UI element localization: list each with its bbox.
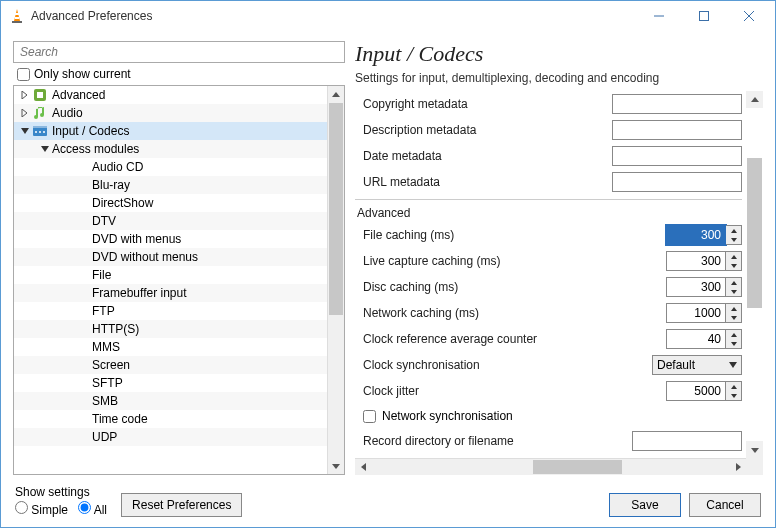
save-button[interactable]: Save xyxy=(609,493,681,517)
url-metadata-input[interactable] xyxy=(612,172,742,192)
tree-item-advanced[interactable]: Advanced xyxy=(14,86,327,104)
show-settings-group: Show settings Simple All xyxy=(15,485,107,517)
audio-icon xyxy=(32,105,48,121)
codecs-icon xyxy=(32,123,48,139)
chevron-down-icon[interactable] xyxy=(38,142,52,156)
minimize-button[interactable] xyxy=(636,2,681,30)
tree-label: DirectShow xyxy=(92,196,153,210)
setting-label: Date metadata xyxy=(363,149,612,163)
radio-label: Simple xyxy=(31,503,68,517)
tree-item-input-codecs[interactable]: Input / Codecs xyxy=(14,122,327,140)
spinner-buttons[interactable] xyxy=(726,329,742,349)
scroll-up-icon[interactable] xyxy=(328,86,344,103)
tree-item[interactable]: SMB xyxy=(14,392,327,410)
tree-item[interactable]: HTTP(S) xyxy=(14,320,327,338)
page-subtitle: Settings for input, demultiplexing, deco… xyxy=(355,71,763,85)
copyright-metadata-input[interactable] xyxy=(612,94,742,114)
setting-label: Clock synchronisation xyxy=(363,358,652,372)
only-show-current[interactable]: Only show current xyxy=(13,67,345,81)
spinner-buttons[interactable] xyxy=(726,381,742,401)
footer: Show settings Simple All Reset Preferenc… xyxy=(1,475,775,527)
scroll-left-icon[interactable] xyxy=(355,459,372,475)
spinner-buttons[interactable] xyxy=(726,277,742,297)
svg-rect-5 xyxy=(699,12,708,21)
network-caching-input[interactable] xyxy=(666,303,726,323)
tree-label: DVD with menus xyxy=(92,232,181,246)
spin-up-icon xyxy=(726,330,741,339)
scroll-thumb[interactable] xyxy=(329,103,343,315)
svg-point-12 xyxy=(35,131,37,133)
tree-label: Audio xyxy=(52,106,83,120)
clock-sync-combo[interactable]: Default xyxy=(652,355,742,375)
chevron-right-icon[interactable] xyxy=(18,106,32,120)
disc-caching-input[interactable] xyxy=(666,277,726,297)
tree-item[interactable]: DirectShow xyxy=(14,194,327,212)
tree-item[interactable]: Blu-ray xyxy=(14,176,327,194)
spinner-buttons[interactable] xyxy=(726,225,742,245)
spin-up-icon xyxy=(726,304,741,313)
file-caching-input[interactable] xyxy=(666,225,726,245)
scroll-up-icon[interactable] xyxy=(746,91,763,108)
setting-label: Record directory or filename xyxy=(363,434,632,448)
simple-radio[interactable]: Simple xyxy=(15,501,68,517)
show-settings-label: Show settings xyxy=(15,485,107,499)
tree-label: Access modules xyxy=(52,142,139,156)
description-metadata-input[interactable] xyxy=(612,120,742,140)
close-button[interactable] xyxy=(726,2,771,30)
only-show-current-checkbox[interactable] xyxy=(17,68,30,81)
scroll-right-icon[interactable] xyxy=(729,459,746,475)
tree-item[interactable]: Screen xyxy=(14,356,327,374)
spin-up-icon xyxy=(726,382,741,391)
spinner-buttons[interactable] xyxy=(726,251,742,271)
spin-up-icon xyxy=(726,278,741,287)
chevron-down-icon[interactable] xyxy=(18,124,32,138)
tree-item[interactable]: DVD with menus xyxy=(14,230,327,248)
network-sync-checkbox[interactable] xyxy=(363,410,376,423)
tree-item[interactable]: Time code xyxy=(14,410,327,428)
clock-reference-input[interactable] xyxy=(666,329,726,349)
tree-item[interactable]: DTV xyxy=(14,212,327,230)
tree-label: HTTP(S) xyxy=(92,322,139,336)
only-show-current-label: Only show current xyxy=(34,67,131,81)
search-input[interactable] xyxy=(13,41,345,63)
tree-item[interactable]: UDP xyxy=(14,428,327,446)
window-title: Advanced Preferences xyxy=(31,9,636,23)
tree-item-access-modules[interactable]: Access modules xyxy=(14,140,327,158)
tree-item[interactable]: Audio CD xyxy=(14,158,327,176)
tree-label: Audio CD xyxy=(92,160,143,174)
all-radio[interactable]: All xyxy=(78,501,107,517)
tree-scrollbar[interactable] xyxy=(327,86,344,474)
spin-down-icon xyxy=(726,313,741,322)
tree-item[interactable]: SFTP xyxy=(14,374,327,392)
tree-item-audio[interactable]: Audio xyxy=(14,104,327,122)
setting-label: Clock jitter xyxy=(363,384,666,398)
date-metadata-input[interactable] xyxy=(612,146,742,166)
scroll-down-icon[interactable] xyxy=(746,441,763,458)
spin-down-icon xyxy=(726,235,741,244)
spinner-buttons[interactable] xyxy=(726,303,742,323)
tree-item[interactable]: DVD without menus xyxy=(14,248,327,266)
settings-scrollbar-vertical[interactable] xyxy=(746,91,763,458)
tree-item[interactable]: Framebuffer input xyxy=(14,284,327,302)
svg-rect-1 xyxy=(14,13,20,15)
settings-scrollbar-horizontal[interactable] xyxy=(355,458,746,475)
svg-rect-9 xyxy=(37,92,43,98)
scroll-down-icon[interactable] xyxy=(328,457,344,474)
reset-preferences-button[interactable]: Reset Preferences xyxy=(121,493,242,517)
page-title: Input / Codecs xyxy=(355,41,763,67)
left-pane: Only show current Advanced Audio Input /… xyxy=(13,41,345,475)
tree-item[interactable]: MMS xyxy=(14,338,327,356)
record-directory-input[interactable] xyxy=(632,431,742,451)
clock-jitter-input[interactable] xyxy=(666,381,726,401)
chevron-right-icon[interactable] xyxy=(18,88,32,102)
tree-label: Advanced xyxy=(52,88,105,102)
tree-label: SMB xyxy=(92,394,118,408)
tree-item[interactable]: File xyxy=(14,266,327,284)
maximize-button[interactable] xyxy=(681,2,726,30)
cancel-button[interactable]: Cancel xyxy=(689,493,761,517)
live-caching-input[interactable] xyxy=(666,251,726,271)
scroll-thumb[interactable] xyxy=(747,158,762,308)
tree-item[interactable]: FTP xyxy=(14,302,327,320)
scroll-thumb[interactable] xyxy=(533,460,622,474)
spin-down-icon xyxy=(726,391,741,400)
